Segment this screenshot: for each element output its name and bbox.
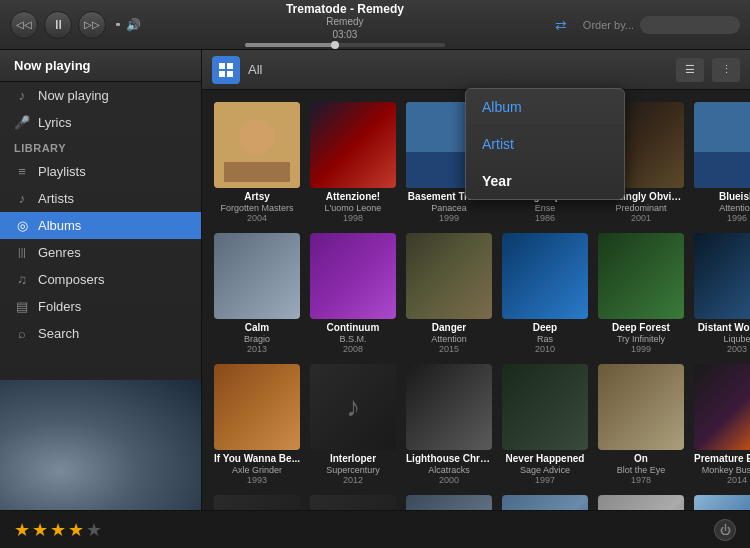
album-item-neverhappened[interactable]: Never HappenedSage Advice1997: [498, 360, 592, 489]
album-item-rampage[interactable]: ♪Rampage: [210, 491, 304, 510]
sidebar-item-folders[interactable]: ▤ Folders: [0, 293, 201, 320]
order-by-label: Order by...: [583, 19, 634, 31]
album-artist-basement: Panacea: [431, 203, 467, 213]
albums-icon: ◎: [14, 218, 30, 233]
album-item-vacay[interactable]: Vacay: [690, 491, 750, 510]
album-item-deepforest[interactable]: Deep ForestTry Infinitely1999: [594, 229, 688, 358]
album-item-ifyouwanna[interactable]: If You Wanna Be...Axle Grinder1993: [210, 360, 304, 489]
all-filter-label[interactable]: All: [248, 62, 262, 77]
folders-icon: ▤: [14, 299, 30, 314]
order-by-selector[interactable]: [640, 16, 740, 34]
album-item-lighthouse[interactable]: Lighthouse Chro...Alcatracks2000: [402, 360, 496, 489]
progress-area: Trematode - Remedy Remedy 03:03: [141, 2, 549, 47]
power-button[interactable]: ⏻: [714, 519, 736, 541]
play-pause-button[interactable]: ⏸: [44, 11, 72, 39]
album-item-there[interactable]: There: [594, 491, 688, 510]
grid-view-button[interactable]: [212, 56, 240, 84]
sidebar-item-genres[interactable]: ||| Genres: [0, 239, 201, 266]
album-item-danger[interactable]: DangerAttention2015: [402, 229, 496, 358]
album-year-calm: 2013: [247, 344, 267, 354]
album-artist-interloper: Supercentury: [326, 465, 380, 475]
album-item-distantworlds[interactable]: Distant Worlds...Liqube2003: [690, 229, 750, 358]
album-cover-interloper: ♪: [310, 364, 396, 450]
album-cover-embarcadero: [502, 495, 588, 510]
album-cover-rampage: ♪: [214, 495, 300, 510]
album-year-lighthouse: 2000: [439, 475, 459, 485]
album-name-deep: Deep: [533, 322, 557, 334]
star-1[interactable]: ★: [14, 519, 30, 541]
sort-by-album[interactable]: Album: [466, 89, 624, 126]
sidebar-item-composers[interactable]: ♫ Composers: [0, 266, 201, 293]
album-artist-bigpapa: Ense: [535, 203, 556, 213]
album-name-lighthouse: Lighthouse Chro...: [406, 453, 492, 465]
album-item-continuum[interactable]: ContinuumB.S.M.2008: [306, 229, 400, 358]
album-artist-blueish: Attention: [719, 203, 750, 213]
svg-rect-3: [227, 71, 233, 77]
album-artist-on: Blot the Eye: [617, 465, 666, 475]
list-view-button[interactable]: ☰: [676, 58, 704, 82]
album-item-attenzione[interactable]: Attenzione!L'uomo Leone1998: [306, 98, 400, 227]
album-year-continuum: 2008: [343, 344, 363, 354]
album-artist-distantworlds: Liqube: [723, 334, 750, 344]
composers-icon: ♫: [14, 272, 30, 287]
prev-button[interactable]: ◁◁: [10, 11, 38, 39]
album-artist-premature: Monkey Business: [702, 465, 750, 475]
album-item-blueish[interactable]: BlueishAttention1996: [690, 98, 750, 227]
album-cover-distantworlds: [694, 233, 750, 319]
sidebar-item-nowplaying[interactable]: ♪ Now playing: [0, 82, 201, 109]
sort-dropdown: Album Artist Year: [465, 88, 625, 200]
genres-icon: |||: [14, 247, 30, 258]
shuffle-button[interactable]: ⇄: [549, 13, 573, 37]
sort-by-year[interactable]: Year: [466, 163, 624, 199]
playlists-icon: ≡: [14, 164, 30, 179]
svg-rect-10: [694, 152, 750, 188]
album-artist-artsy: Forgotten Masters: [220, 203, 293, 213]
album-cover-vacay: [694, 495, 750, 510]
album-item-deep[interactable]: DeepRas2010: [498, 229, 592, 358]
sidebar-item-search[interactable]: ⌕ Search: [0, 320, 201, 347]
time-display: 03:03: [332, 29, 357, 40]
sort-by-artist[interactable]: Artist: [466, 126, 624, 163]
album-year-neverhappened: 1997: [535, 475, 555, 485]
album-cover-blueish: [694, 102, 750, 188]
star-3[interactable]: ★: [50, 519, 66, 541]
album-name-calm: Calm: [245, 322, 269, 334]
album-item-on[interactable]: OnBlot the Eye1978: [594, 360, 688, 489]
grid-icon: [219, 63, 233, 77]
star-4[interactable]: ★: [68, 519, 84, 541]
sidebar-item-playlists[interactable]: ≡ Playlists: [0, 158, 201, 185]
album-cover-deep: [502, 233, 588, 319]
album-item-embarcadero[interactable]: The Embarcadero: [498, 491, 592, 510]
album-name-interloper: Interloper: [330, 453, 376, 465]
album-item-artsy[interactable]: ArtsyForgotten Masters2004: [210, 98, 304, 227]
stars-bar: ★ ★ ★ ★ ★ ⏻: [0, 510, 750, 548]
sidebar-item-albums[interactable]: ◎ Albums: [0, 212, 201, 239]
star-2[interactable]: ★: [32, 519, 48, 541]
sort-options-button[interactable]: ⋮: [712, 58, 740, 82]
album-year-deep: 2010: [535, 344, 555, 354]
album-name-neverhappened: Never Happened: [506, 453, 585, 465]
library-header: Library: [0, 136, 201, 158]
album-year-bigpapa: 1986: [535, 213, 555, 223]
album-item-interloper[interactable]: ♪InterloperSupercentury2012: [306, 360, 400, 489]
album-item-premature[interactable]: Premature Explo...Monkey Business2014: [690, 360, 750, 489]
artists-icon: ♪: [14, 191, 30, 206]
sidebar-item-lyrics[interactable]: 🎤 Lyrics: [0, 109, 201, 136]
sidebar-item-artists[interactable]: ♪ Artists: [0, 185, 201, 212]
album-cover-there: [598, 495, 684, 510]
album-cover-artsy: [214, 102, 300, 188]
album-item-storm[interactable]: Storm: [402, 491, 496, 510]
progress-fill: [245, 43, 335, 47]
album-item-calm[interactable]: CalmBragio2013: [210, 229, 304, 358]
next-button[interactable]: ▷▷: [78, 11, 106, 39]
album-artist-ifyouwanna: Axle Grinder: [232, 465, 282, 475]
album-item-remedy[interactable]: ♪Remedy: [306, 491, 400, 510]
album-cover-neverhappened: [502, 364, 588, 450]
star-5[interactable]: ★: [86, 519, 102, 541]
album-name-deepforest: Deep Forest: [612, 322, 670, 334]
content-toolbar: All ☰ ⋮: [202, 50, 750, 90]
album-artist-lighthouse: Alcatracks: [428, 465, 470, 475]
progress-bar[interactable]: [245, 43, 445, 47]
album-year-interloper: 2012: [343, 475, 363, 485]
svg-rect-1: [227, 63, 233, 69]
